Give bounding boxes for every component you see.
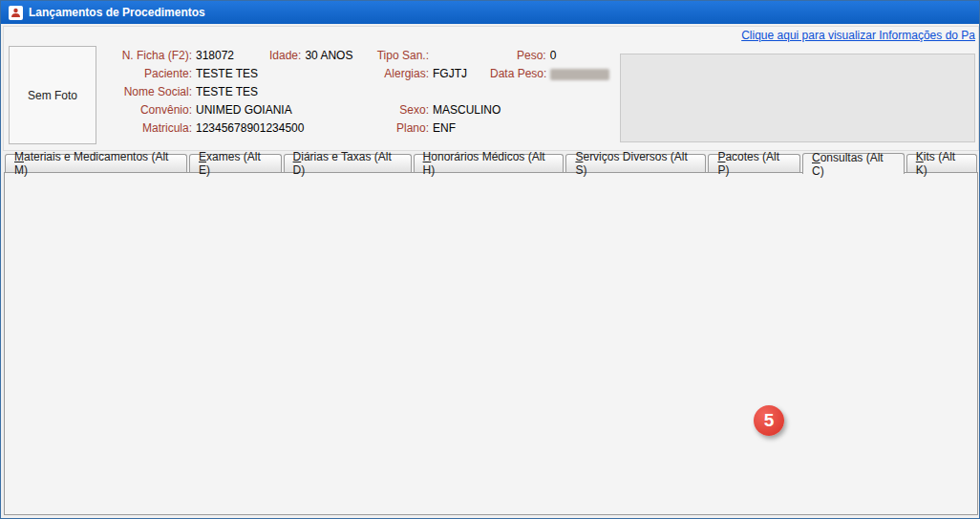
- tab-consultas[interactable]: Consultas (Alt C): [802, 153, 905, 174]
- tab-bar: Materiais e Medicamentos (Alt M) Exames …: [5, 153, 979, 172]
- procedures-window: Lançamentos de Procedimentos Clique aqui…: [0, 0, 980, 519]
- tab-honorarios[interactable]: Honorários Médicos (Alt H): [414, 154, 565, 172]
- patient-paciente: Paciente:TESTE TES: [96, 67, 258, 80]
- photo-placeholder: Sem Foto: [9, 46, 96, 144]
- consultas-panel: [4, 172, 978, 515]
- patient-info-link[interactable]: Clique aqui para visualizar Informações …: [741, 29, 975, 42]
- window-title: Lançamentos de Procedimentos: [29, 6, 205, 19]
- patient-idade: Idade:30 ANOS: [269, 49, 352, 62]
- app-icon: [9, 6, 23, 20]
- tab-exames[interactable]: Exames (Alt E): [189, 154, 282, 172]
- titlebar: Lançamentos de Procedimentos: [1, 1, 979, 24]
- patient-tipo-san: Tipo San.:: [345, 49, 433, 62]
- patient-convenio: Convênio:UNIMED GOIANIA: [96, 103, 292, 117]
- tab-materiais[interactable]: Materiais e Medicamentos (Alt M): [5, 154, 187, 172]
- patient-ficha: N. Ficha (F2):318072: [96, 49, 234, 62]
- tab-kits[interactable]: Kits (Alt K): [906, 154, 977, 172]
- patient-alergias: Alergias:FGJTJ: [345, 67, 467, 80]
- photo-placeholder-label: Sem Foto: [28, 89, 77, 102]
- patient-nome-social: Nome Social:TESTE TES: [96, 85, 258, 98]
- patient-matricula: Matricula:12345678901234500: [96, 121, 304, 135]
- patient-peso: Peso:0: [517, 49, 556, 62]
- patient-data-peso: Data Peso:: [490, 67, 609, 80]
- patient-plano: Plano:ENF: [345, 121, 456, 135]
- tab-diarias[interactable]: Diárias e Taxas (Alt D): [284, 154, 412, 172]
- data-peso-redaction: [550, 69, 609, 80]
- annotation-badge-5: 5: [754, 405, 784, 436]
- patient-sexo: Sexo:MASCULINO: [345, 103, 501, 117]
- patient-extra-panel: [620, 54, 975, 142]
- tab-pacotes[interactable]: Pacotes (Alt P): [708, 154, 800, 172]
- tab-servicos[interactable]: Serviços Diversos (Alt S): [565, 154, 706, 172]
